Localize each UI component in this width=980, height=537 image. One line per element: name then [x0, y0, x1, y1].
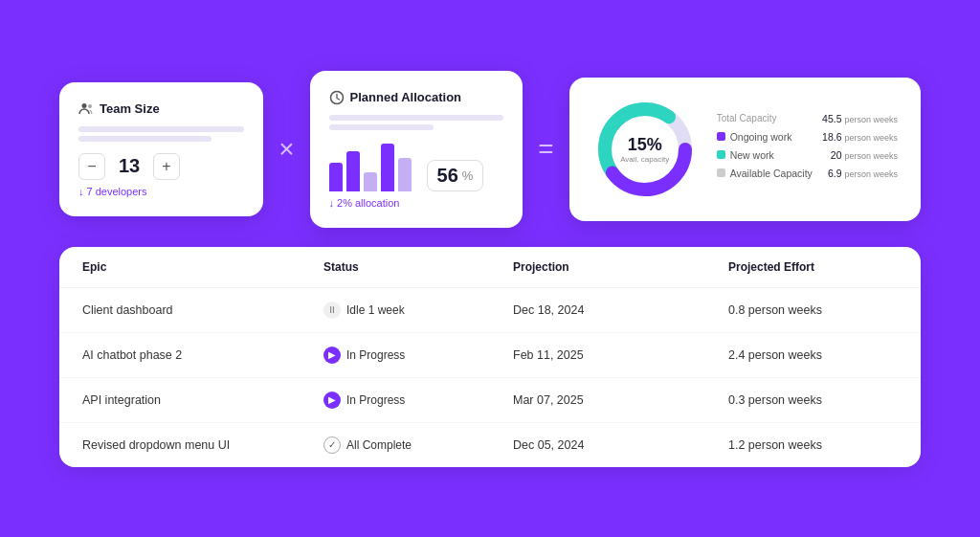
status-icon: ⏸: [323, 302, 341, 319]
legend-label-new: New work: [730, 149, 774, 161]
status-badge: ▶In Progress: [323, 392, 467, 409]
table-cell-status: ✓All Complete: [301, 422, 490, 467]
table-cell-effort: 0.8 person weeks: [705, 287, 921, 332]
table-cell-status: ▶In Progress: [301, 377, 490, 422]
table-row: API integration▶In ProgressMar 07, 20250…: [59, 377, 921, 422]
bar-5: [398, 158, 412, 191]
col-header-status: Status: [301, 247, 490, 288]
down-arrow-icon: ↓: [78, 186, 84, 197]
col-header-projection: Projection: [490, 247, 705, 288]
col-header-epic: Epic: [59, 247, 301, 288]
table-cell-effort: 2.4 person weeks: [705, 332, 921, 377]
donut-chart: 15% Avail. capacity: [592, 97, 698, 202]
table-cell-epic: Revised dropdown menu UI: [59, 422, 301, 467]
svg-point-0: [82, 103, 87, 108]
epic-table-card: Epic Status Projection Projected Effort …: [59, 247, 921, 467]
legend-val-total: 45.5 person weeks: [822, 113, 898, 124]
status-label: In Progress: [346, 348, 405, 362]
table-header-row: Epic Status Projection Projected Effort: [59, 247, 921, 288]
legend-val-new: 20 person weeks: [831, 149, 898, 161]
down-arrow-icon-2: ↓: [329, 197, 335, 209]
table-cell-epic: Client dashboard: [59, 287, 301, 332]
table-cell-status: ▶In Progress: [301, 332, 490, 377]
status-label: All Complete: [346, 438, 412, 452]
loading-bar-2: [78, 136, 212, 142]
table-row: Client dashboard⏸Idle 1 weekDec 18, 2024…: [59, 287, 921, 332]
bar-chart: [329, 144, 412, 191]
svg-point-1: [88, 104, 92, 108]
planned-bottom: 56 %: [427, 160, 484, 191]
loading-bar-1: [78, 126, 244, 132]
table-row: AI chatbot phase 2▶In ProgressFeb 11, 20…: [59, 332, 921, 377]
equals-operator: =: [538, 134, 553, 165]
team-size-title: Team Size: [78, 101, 244, 117]
legend-row-total: Total Capacity 45.5 person weeks: [717, 113, 898, 124]
bar-3: [364, 172, 377, 191]
plan-loading-1: [329, 115, 504, 121]
planned-allocation-card: Planned Allocation 56 %: [310, 71, 523, 228]
legend-dot-new: [717, 150, 725, 159]
legend-dot-ongoing: [717, 132, 725, 141]
clock-icon: [329, 90, 345, 105]
status-icon: ▶: [323, 392, 341, 409]
table-cell-epic: API integration: [59, 377, 301, 422]
legend-label-total: Total Capacity: [717, 113, 777, 123]
donut-sub: Avail. capacity: [620, 154, 669, 164]
table-cell-epic: AI chatbot phase 2: [59, 332, 301, 377]
planned-title: Planned Allocation: [329, 90, 504, 105]
status-icon: ✓: [323, 436, 341, 454]
table-cell-effort: 1.2 person weeks: [705, 422, 921, 467]
bar-2: [346, 151, 360, 191]
person-icon: [78, 101, 94, 117]
capacity-legend: Total Capacity 45.5 person weeks Ongoing…: [717, 113, 898, 186]
col-header-effort: Projected Effort: [705, 247, 921, 288]
status-label: Idle 1 week: [346, 303, 405, 317]
legend-label-avail: Available Capacity: [730, 168, 813, 179]
table-cell-projection: Mar 07, 2025: [490, 377, 705, 422]
pct-symbol: %: [462, 168, 474, 183]
status-badge: ✓All Complete: [323, 436, 467, 454]
plan-loading-2: [329, 124, 434, 130]
legend-row-ongoing: Ongoing work 18.6 person weeks: [717, 131, 898, 143]
epic-table: Epic Status Projection Projected Effort …: [59, 247, 921, 467]
pct-value: 56: [437, 165, 458, 187]
status-badge: ▶In Progress: [323, 347, 467, 364]
planned-sub: ↓ 2% allocation: [329, 197, 504, 209]
legend-dot-avail: [717, 168, 725, 177]
legend-row-avail: Available Capacity 6.9 person weeks: [717, 168, 898, 179]
counter-row: − 13 +: [78, 153, 244, 180]
bar-1: [329, 163, 343, 191]
legend-row-new: New work 20 person weeks: [717, 149, 898, 161]
result-card: 15% Avail. capacity Total Capacity 45.5 …: [569, 78, 921, 221]
pct-input[interactable]: 56 %: [427, 160, 484, 191]
team-size-sub: ↓ 7 developers: [78, 186, 244, 197]
table-cell-effort: 0.3 person weeks: [705, 377, 921, 422]
status-label: In Progress: [346, 393, 405, 407]
table-row: Revised dropdown menu UI✓All CompleteDec…: [59, 422, 921, 467]
table-cell-projection: Dec 18, 2024: [490, 287, 705, 332]
main-container: Team Size − 13 + ↓ 7 developers × P: [59, 71, 921, 467]
table-cell-status: ⏸Idle 1 week: [301, 287, 490, 332]
team-size-card: Team Size − 13 + ↓ 7 developers: [59, 82, 263, 216]
bar-4: [381, 144, 394, 191]
increment-button[interactable]: +: [153, 153, 180, 180]
top-row: Team Size − 13 + ↓ 7 developers × P: [59, 71, 921, 228]
donut-percentage: 15%: [620, 134, 669, 154]
table-cell-projection: Feb 11, 2025: [490, 332, 705, 377]
legend-val-ongoing: 18.6 person weeks: [822, 131, 898, 143]
status-icon: ▶: [323, 347, 341, 364]
donut-label: 15% Avail. capacity: [620, 134, 669, 164]
status-badge: ⏸Idle 1 week: [323, 302, 467, 319]
team-size-value: 13: [115, 155, 144, 177]
table-cell-projection: Dec 05, 2024: [490, 422, 705, 467]
legend-label-ongoing: Ongoing work: [730, 131, 792, 143]
legend-val-avail: 6.9 person weeks: [828, 168, 898, 179]
decrement-button[interactable]: −: [78, 153, 105, 180]
multiply-operator: ×: [278, 134, 294, 165]
